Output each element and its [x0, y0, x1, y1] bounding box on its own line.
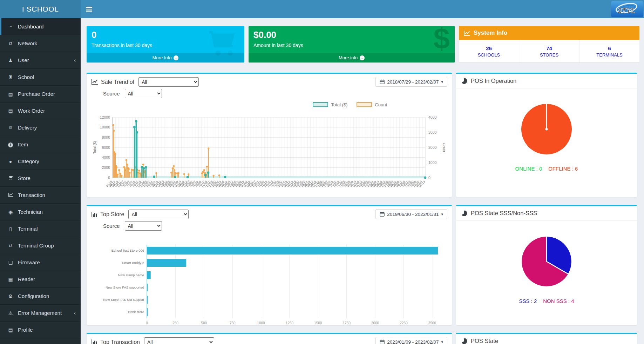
system-stat-terminals: 6TERMINALS [579, 40, 639, 62]
pie-label: SSS : 2 [519, 298, 537, 304]
sidebar-item-label: Technician [18, 209, 43, 215]
dashboard-icon: ◔ [6, 24, 15, 29]
top-store-store-select[interactable]: All [128, 210, 189, 219]
sidebar-item-label: Dashboard [18, 24, 43, 29]
top-transaction-title: Top Transaction [100, 339, 140, 344]
top-transaction-select[interactable]: All [144, 337, 214, 344]
pos-state-panel: POS State [456, 333, 637, 344]
reader-icon: ▦ [6, 277, 15, 282]
sidebar-item-terminal[interactable]: ▯Terminal [0, 220, 81, 237]
store-icon [6, 175, 15, 181]
terminal-icon: ▯ [6, 226, 15, 232]
svg-text:2000: 2000 [371, 321, 379, 325]
error-management-icon: ⚠ [6, 310, 15, 316]
sidebar-item-firmware[interactable]: ❏Firmware [0, 254, 81, 271]
top-transaction-panel: Top Transaction All 2023/01/09 - 2023/02… [87, 333, 452, 344]
svg-text:New Store FAS Not support: New Store FAS Not support [103, 298, 144, 302]
pos-state-title: POS State [471, 338, 498, 344]
caret-down-icon: ▾ [441, 80, 443, 84]
sale-trend-store-select[interactable]: All [138, 77, 199, 87]
sidebar-item-terminal-group[interactable]: ⧉Terminal Group [0, 237, 81, 254]
top-store-date-range-button[interactable]: 2019/06/30 - 2023/01/31 ▾ [375, 209, 447, 219]
svg-text:STYL: STYL [617, 7, 635, 14]
svg-text:2250: 2250 [400, 321, 408, 325]
sidebar-item-label: Configuration [18, 293, 49, 299]
sidebar-item-item[interactable]: iItem [0, 136, 81, 153]
sidebar-item-label: Transaction [18, 192, 45, 198]
svg-text:3000: 3000 [428, 130, 437, 134]
svg-text:500: 500 [201, 321, 207, 325]
sidebar-item-user[interactable]: ♟User‹ [0, 52, 81, 69]
configuration-icon: ⚙ [6, 293, 15, 299]
svg-text:1250: 1250 [286, 321, 294, 325]
svg-text:250: 250 [172, 321, 178, 325]
sale-trend-legend: Total ($)Count [87, 101, 452, 108]
sidebar-item-label: Error Management [18, 310, 62, 316]
line-chart-icon [91, 79, 98, 85]
sidebar-item-transaction[interactable]: Transaction [0, 187, 81, 204]
pos-in-operation-title: POS In Operation [471, 78, 516, 84]
svg-text:1000: 1000 [257, 321, 265, 325]
sidebar-item-technician[interactable]: ◉Technician [0, 204, 81, 220]
sidebar-item-dashboard[interactable]: ◔Dashboard [0, 18, 81, 35]
source-label: Source [103, 223, 120, 229]
technician-icon: ◉ [6, 209, 15, 215]
amount-info-box: $0.00 Amount in last 30 days $ More info… [249, 26, 455, 62]
svg-text:New Store FAS supported: New Store FAS supported [106, 285, 144, 289]
calendar-icon [380, 79, 385, 84]
sidebar-item-purchase-order[interactable]: ▤Purchase Order [0, 86, 81, 102]
caret-down-icon: ▾ [441, 212, 443, 217]
svg-text:Smart Buddy 2: Smart Buddy 2 [122, 261, 144, 265]
sidebar-item-configuration[interactable]: ⚙Configuration [0, 288, 81, 305]
bar-chart-icon [91, 339, 97, 344]
sidebar-toggle-button[interactable] [81, 0, 97, 18]
pos-state-sss-title: POS State SSS/Non-SSS [471, 210, 537, 217]
work-order-icon: ▤ [6, 108, 15, 114]
more-info-label: More info [339, 55, 358, 60]
sale-trend-source-select[interactable]: All [125, 89, 162, 98]
svg-text:4000: 4000 [428, 115, 437, 119]
sidebar-item-error-management[interactable]: ⚠Error Management‹ [0, 305, 81, 322]
styl-logo: STYL [611, 1, 643, 17]
sidebar-item-reader[interactable]: ▦Reader [0, 271, 81, 288]
svg-text:New stamp name: New stamp name [118, 273, 144, 277]
top-transaction-date-range-button[interactable]: 2023/01/09 - 2023/02/07 ▾ [375, 337, 447, 344]
sidebar-item-label: Store [18, 175, 30, 181]
sale-trend-panel: Sale Trend of All Source All 2018/07/29 … [87, 73, 452, 197]
top-store-chart: 02505007501000125015001750200022502500iS… [91, 243, 452, 325]
date-range-text: 2018/07/29 - 2023/02/07 [387, 79, 439, 85]
pie-label: OFFLINE : 6 [548, 166, 578, 172]
svg-text:Drink store: Drink store [128, 310, 144, 314]
pie-label: NON SSS : 4 [543, 298, 574, 304]
sidebar-item-label: School [18, 74, 34, 80]
system-stat-stores: 74STORES [519, 40, 579, 62]
sidebar-item-network[interactable]: ⧉Network [0, 35, 81, 52]
profile-icon: ▤ [6, 327, 15, 333]
svg-text:10000: 10000 [100, 125, 110, 129]
pie-chart-icon [461, 78, 467, 84]
sidebar-item-category[interactable]: ●Category [0, 153, 81, 170]
top-store-source-select[interactable]: All [125, 221, 162, 231]
more-info-label: More Info [152, 55, 172, 60]
sidebar-item-label: Terminal [18, 226, 38, 232]
sidebar-item-work-order[interactable]: ▤Work Order [0, 102, 81, 119]
svg-text:8000: 8000 [102, 135, 110, 139]
user-icon: ♟ [6, 58, 15, 63]
sale-trend-date-range-button[interactable]: 2018/07/29 - 2023/02/07 ▾ [375, 77, 447, 87]
pie-chart-icon [461, 338, 467, 344]
item-icon: i [6, 141, 15, 147]
purchase-order-icon: ▤ [6, 91, 15, 97]
sidebar-item-delivery[interactable]: ⧈Delivery [0, 119, 81, 136]
pos-in-operation-panel: POS In Operation ONLINE : 0OFFLINE : 6 [456, 73, 637, 197]
cart-icon [206, 28, 239, 59]
sidebar-item-store[interactable]: Store [0, 170, 81, 187]
sale-trend-title: Sale Trend of [101, 79, 134, 85]
system-info-title: System Info [474, 29, 507, 37]
amount-more-info-link[interactable]: More info → [249, 53, 455, 62]
svg-text:1750: 1750 [343, 321, 351, 325]
sidebar-item-profile[interactable]: ▤Profile [0, 322, 81, 338]
svg-text:4000: 4000 [102, 155, 110, 159]
sidebar-item-school[interactable]: ♜School [0, 69, 81, 86]
svg-text:2500: 2500 [428, 321, 436, 325]
legend-item: Total ($) [313, 102, 347, 107]
